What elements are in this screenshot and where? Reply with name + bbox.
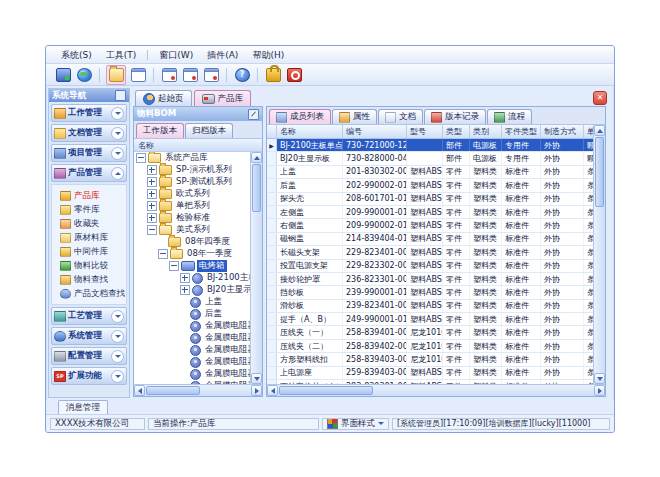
grid-hscroll-thumb[interactable] (279, 386, 373, 395)
tree-node[interactable]: 金属膜电阻器 (134, 356, 250, 368)
collapse-minus-icon[interactable] (158, 249, 168, 259)
table-row[interactable]: 探头壳208-601701-01I塑料ABS零件塑料类标准件外协条 (267, 193, 593, 206)
table-row[interactable]: 压线夹（一）258-839401-00I尼龙1010零件塑料类标准件外协条 (267, 326, 593, 339)
toolbar-button[interactable] (202, 66, 220, 84)
expand-plus-icon[interactable] (147, 165, 157, 175)
panel-tab[interactable]: 属性 (332, 109, 377, 124)
sidebar-section-header[interactable]: 工艺管理 (51, 307, 127, 325)
sidebar-section-header[interactable]: 项目管理 (51, 144, 127, 162)
scroll-up-icon[interactable] (251, 152, 262, 163)
tree-vscroll-thumb[interactable] (252, 164, 261, 212)
tree-node[interactable]: 检验标准 (134, 212, 250, 224)
scroll-left-icon[interactable] (134, 385, 145, 396)
collapse-minus-icon[interactable] (136, 153, 146, 163)
tree-horizontal-scrollbar[interactable] (134, 384, 262, 396)
sidebar-item[interactable]: 收藏夹 (60, 217, 126, 230)
tree-node[interactable]: 电烤箱 (134, 260, 250, 272)
tree-node[interactable]: 08年一季度 (134, 248, 250, 260)
ui-style-selector[interactable]: 界面样式 (322, 418, 389, 430)
bom-version-tab[interactable]: 归档版本 (185, 123, 233, 138)
toolbar-button[interactable] (264, 66, 282, 84)
pin-icon[interactable] (248, 109, 259, 120)
grid-column-header[interactable]: 制造方式 (541, 125, 584, 138)
tree-node[interactable]: BJ20主显示板 (134, 284, 250, 296)
chevron-down-icon[interactable] (111, 370, 124, 383)
sidebar-section-header[interactable]: 配置管理 (51, 347, 127, 365)
menu-item[interactable]: 窗口(W) (152, 47, 200, 63)
scroll-down-icon[interactable] (594, 373, 605, 384)
table-row[interactable]: 右侧盖209-990002-01I塑料ABS零件塑料类标准件外协条 (267, 219, 593, 232)
tree-node[interactable]: 金属膜电阻器 (134, 320, 250, 332)
grid-column-header[interactable]: 零件类型 (502, 125, 541, 138)
table-row[interactable]: 上盖201-830302-00I塑料ABS零件塑料类标准件外协条 (267, 166, 593, 179)
table-row[interactable]: 磁钢盖214-839404-01I塑料ABS零件塑料类标准件外协条 (267, 233, 593, 246)
tree-node[interactable]: 08年四季度 (134, 236, 250, 248)
panel-tab[interactable]: 成员列表 (269, 109, 331, 124)
toolbar-button[interactable] (160, 66, 178, 84)
chevron-up-icon[interactable] (111, 167, 124, 180)
table-row[interactable]: 长磁头支架229-823401-00I塑料ABS零件塑料类标准件外协条 (267, 246, 593, 259)
sidebar-item[interactable]: 中间件库 (60, 245, 126, 258)
tree-node[interactable]: 金属膜电阻器 (134, 368, 250, 380)
sidebar-section-header[interactable]: 产品管理 (51, 164, 127, 182)
grid-column-header[interactable]: 名称 (277, 125, 343, 138)
tree-vertical-scrollbar[interactable] (250, 152, 262, 384)
sidebar-item[interactable]: 产品库 (60, 189, 126, 202)
expand-plus-icon[interactable] (147, 213, 157, 223)
panel-tab[interactable]: 流程 (487, 109, 532, 124)
table-row[interactable]: 投置电源支架229-823302-00I塑料ABS零件塑料类标准件外协条 (267, 260, 593, 273)
sidebar-item[interactable]: 产品文档查找 (60, 287, 126, 300)
toolbar-button[interactable] (285, 66, 303, 84)
tree-node[interactable]: 金属膜电阻器 (134, 344, 250, 356)
chevron-down-icon[interactable] (111, 310, 124, 323)
grid-horizontal-scrollbar[interactable] (267, 384, 605, 396)
panel-tab[interactable]: 版本记录 (424, 109, 486, 124)
sidebar-section-header[interactable]: 系统管理 (51, 327, 127, 345)
document-tab[interactable]: 起始页 (135, 90, 192, 106)
sidebar-section-header[interactable]: 扩展功能 (51, 367, 127, 385)
toolbar-button[interactable] (54, 66, 72, 84)
expand-plus-icon[interactable] (180, 273, 190, 283)
panel-tab[interactable]: 文档 (378, 109, 423, 124)
tree-node[interactable]: 上盖 (134, 296, 250, 308)
sidebar-item[interactable]: 原材料库 (60, 231, 126, 244)
grid-vertical-scrollbar[interactable] (593, 125, 605, 384)
tree-node[interactable]: 美式系列 (134, 224, 250, 236)
table-row[interactable]: 挡纱板239-990001-01I塑料ABS零件塑料类标准件外协条 (267, 286, 593, 299)
toolbar-button[interactable] (129, 66, 147, 84)
expand-plus-icon[interactable] (147, 177, 157, 187)
table-row[interactable]: 方形塑料线扣258-839403-00I尼龙1010零件塑料类标准件外协条 (267, 353, 593, 366)
expand-plus-icon[interactable] (147, 189, 157, 199)
sidebar-item[interactable]: 零件库 (60, 203, 126, 216)
expand-plus-icon[interactable] (147, 201, 157, 211)
grid-column-header[interactable]: 编号 (343, 125, 407, 138)
menu-item[interactable]: 系统(S) (54, 47, 99, 63)
tree-node[interactable]: SP-演示机系列 (134, 164, 250, 176)
sidebar-item[interactable]: 物料查找 (60, 273, 126, 286)
table-row[interactable]: 滑纱板239-823401-00I塑料ABS零件塑料类标准件外协条 (267, 300, 593, 313)
table-row[interactable]: 左侧盖209-990001-01I塑料ABS零件塑料类标准件外协条 (267, 206, 593, 219)
chevron-down-icon[interactable] (111, 147, 124, 160)
grid-column-header[interactable]: 型号 (407, 125, 443, 138)
expand-plus-icon[interactable] (180, 285, 190, 295)
sidebar-section-header[interactable]: 文档管理 (51, 124, 127, 142)
chevron-down-icon[interactable] (111, 127, 124, 140)
tree-node[interactable]: 金属膜电阻器 (134, 332, 250, 344)
bom-version-tab[interactable]: 工作版本 (136, 123, 184, 138)
chevron-down-icon[interactable] (111, 330, 124, 343)
menu-item[interactable]: 帮助(H) (245, 47, 291, 63)
scroll-down-icon[interactable] (251, 373, 262, 384)
tree-node[interactable]: 系统产品库 (134, 152, 250, 164)
table-row[interactable]: 后盖202-990002-01I塑料ABS零件塑料类标准件外协条 (267, 179, 593, 192)
grid-vscroll-thumb[interactable] (595, 137, 604, 207)
tab-close-icon[interactable]: ✕ (593, 91, 607, 105)
chevron-down-icon[interactable] (111, 350, 124, 363)
tree-node[interactable]: 欧式系列 (134, 188, 250, 200)
chevron-down-icon[interactable] (111, 107, 124, 120)
table-row[interactable]: 压线夹（二）258-839402-00I尼龙1010零件塑料类标准件外协条 (267, 340, 593, 353)
tree-node[interactable]: 后盖 (134, 308, 250, 320)
table-row[interactable]: 上电源座259-839403-00I塑料ABS零件塑料类标准件外协条 (267, 367, 593, 380)
table-row[interactable]: ▶BJ-2100主板单点730-721000-12I部件电源板专用件外协颗 (267, 139, 593, 152)
tree-hscroll-thumb[interactable] (146, 386, 200, 395)
scroll-right-icon[interactable] (251, 385, 262, 396)
